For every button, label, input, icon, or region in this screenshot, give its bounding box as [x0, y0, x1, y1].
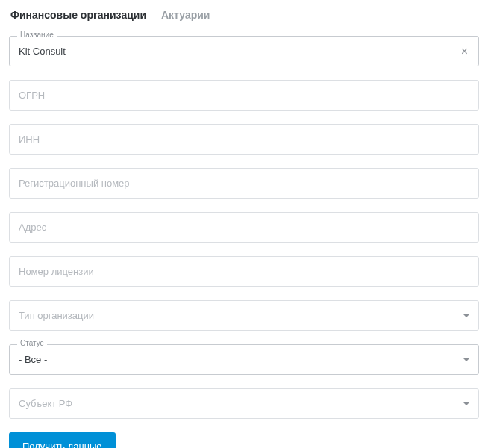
org-type-placeholder: Тип организации — [10, 301, 478, 330]
region-placeholder: Субъект РФ — [10, 389, 478, 418]
name-input[interactable] — [10, 37, 478, 66]
tab-financial-orgs[interactable]: Финансовые организации — [10, 9, 146, 21]
status-select[interactable]: Статус - Все - — [9, 344, 479, 375]
region-select[interactable]: Субъект РФ — [9, 388, 479, 419]
chevron-down-icon — [463, 402, 469, 405]
status-label: Статус — [17, 340, 47, 347]
chevron-down-icon — [463, 358, 469, 361]
license-number-field-wrapper — [9, 256, 479, 287]
name-label: Название — [17, 31, 57, 39]
reg-number-input[interactable] — [10, 169, 478, 198]
address-input[interactable] — [10, 213, 478, 242]
inn-input[interactable] — [10, 125, 478, 154]
reg-number-field-wrapper — [9, 168, 479, 199]
address-field-wrapper — [9, 212, 479, 243]
tabs: Финансовые организации Актуарии — [9, 9, 479, 21]
license-number-input[interactable] — [10, 257, 478, 286]
inn-field-wrapper — [9, 124, 479, 155]
status-value: - Все - — [10, 345, 478, 374]
submit-button[interactable]: Получить данные — [9, 432, 116, 448]
chevron-down-icon — [463, 314, 469, 317]
org-type-select[interactable]: Тип организации — [9, 300, 479, 331]
tab-actuaries[interactable]: Актуарии — [161, 9, 210, 21]
name-field-wrapper: Название × — [9, 36, 479, 66]
ogrn-input[interactable] — [10, 81, 478, 110]
ogrn-field-wrapper — [9, 80, 479, 111]
clear-icon[interactable]: × — [458, 44, 471, 59]
